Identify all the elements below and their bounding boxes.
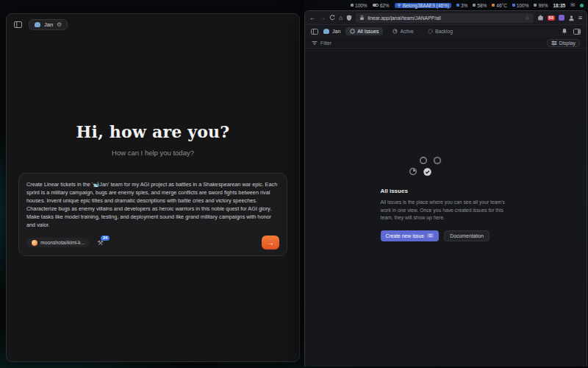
status-label: 100%: [517, 3, 529, 8]
filter-icon: [312, 40, 318, 46]
refresh-icon[interactable]: [329, 15, 335, 21]
empty-state-description: All issues is the place where you can se…: [381, 199, 512, 222]
backlog-dashed-icon: [428, 29, 433, 34]
notifications-bell-icon[interactable]: [562, 28, 567, 35]
tools-button[interactable]: ⚒ 24: [97, 239, 103, 247]
whale-icon: [35, 22, 40, 27]
linear-main-area: All issues All issues is the place where…: [305, 49, 587, 367]
mail-icon[interactable]: ✉: [570, 2, 575, 8]
battery-icon: [373, 4, 379, 7]
issues-circle-icon: [350, 29, 355, 34]
extension-icon[interactable]: [559, 15, 564, 21]
status-indicator-icon: [512, 4, 515, 7]
status-item: 58%: [473, 3, 487, 8]
tab-all-issues[interactable]: All Issues: [345, 27, 383, 35]
tab-label: Active: [400, 29, 414, 34]
settings-gear-icon[interactable]: ⚙: [57, 21, 62, 28]
tab-active[interactable]: Active: [388, 27, 418, 35]
status-indicator-icon: [351, 4, 354, 7]
status-label: 58%: [477, 3, 487, 8]
sidebar-toggle-icon[interactable]: [14, 21, 22, 28]
profile-icon[interactable]: [568, 15, 575, 21]
wifi-label: Belong38AAE9 (46%): [403, 3, 449, 8]
lock-icon: [359, 15, 365, 21]
status-indicator-icon: [534, 4, 537, 7]
linear-top-bar-actions: [562, 28, 581, 35]
display-button-label: Display: [559, 40, 576, 46]
browser-window: ← → ⌂ linear.app/janai/team/JANAPP/all ☆…: [304, 10, 587, 367]
workspace-chip[interactable]: Jan ⚙: [29, 19, 68, 30]
create-new-issue-label: Create new issue: [386, 233, 425, 238]
status-item: 46°C: [492, 3, 507, 8]
status-indicator-icon: [473, 4, 476, 7]
status-label: 3%: [461, 3, 467, 8]
adblock-badge[interactable]: 53: [548, 15, 555, 21]
temperature-icon: [492, 4, 495, 7]
model-selector[interactable]: moonshotai/kimi-k...: [26, 238, 90, 247]
status-item: 3%: [456, 3, 467, 8]
tab-label: All Issues: [357, 29, 379, 34]
status-label: 99%: [538, 3, 548, 8]
send-button[interactable]: →: [262, 236, 279, 250]
status-label: 100%: [355, 3, 368, 8]
prompt-toolbar: moonshotai/kimi-k... ⚒ 24 →: [26, 236, 279, 250]
display-button[interactable]: Display: [547, 39, 580, 47]
url-bar[interactable]: linear.app/janai/team/JANAPP/all ☆: [356, 13, 533, 23]
greeting-heading: Hi, how are you?: [7, 122, 299, 141]
workspace-chip-label: Jan: [44, 21, 53, 28]
tools-count-badge: 24: [101, 236, 109, 241]
panel-right-icon[interactable]: [573, 29, 581, 35]
browser-toolbar: ← → ⌂ linear.app/janai/team/JANAPP/all ☆…: [305, 11, 587, 24]
forward-icon[interactable]: →: [320, 14, 326, 21]
prompt-input[interactable]: Create Linear tickets in the '🐋Jan' team…: [18, 173, 287, 256]
in-progress-icon: [392, 29, 398, 34]
extensions-puzzle-icon[interactable]: [537, 15, 544, 21]
filter-button[interactable]: Filter: [320, 40, 331, 46]
sliders-icon: [551, 40, 557, 46]
linear-filter-bar: Filter Display: [305, 38, 587, 49]
wifi-icon: [397, 4, 401, 7]
status-icons-row: [419, 156, 512, 165]
jan-titlebar: Jan ⚙: [7, 14, 299, 35]
documentation-button[interactable]: Documentation: [444, 230, 490, 241]
send-arrow-icon: →: [267, 238, 274, 247]
status-item: 100%: [512, 3, 529, 8]
status-label: 62%: [380, 3, 390, 8]
status-item: 100%: [351, 3, 368, 8]
clock: 18:35: [553, 3, 566, 8]
tab-label: Backlog: [435, 29, 453, 34]
todo-circle-icon: [419, 156, 428, 165]
url-text: linear.app/janai/team/JANAPP/all: [368, 15, 522, 21]
status-item: 62%: [373, 3, 390, 8]
jan-empty-greeting: Hi, how are you? How can I help you toda…: [7, 122, 299, 157]
back-icon[interactable]: ←: [309, 14, 316, 21]
tab-backlog[interactable]: Backlog: [423, 27, 457, 35]
prompt-text: Create Linear tickets in the '🐋Jan' team…: [26, 180, 279, 229]
whale-icon: [323, 29, 329, 34]
empty-state-title: All issues: [381, 188, 512, 194]
model-selector-label: moonshotai/kimi-k...: [40, 240, 85, 245]
home-icon[interactable]: ⌂: [339, 14, 343, 21]
bookmark-star-icon[interactable]: ☆: [525, 15, 530, 21]
shortcut-key: C: [427, 233, 434, 238]
status-indicator-icon: [456, 4, 459, 7]
status-icons-row: [409, 167, 512, 177]
backlog-circle-icon: [433, 156, 442, 165]
linear-top-bar: Jan All Issues Active Backlog: [305, 24, 587, 38]
all-issues-empty-state: All issues All issues is the place where…: [381, 156, 512, 241]
in-progress-circle-icon: [409, 167, 417, 176]
shield-icon[interactable]: [346, 15, 352, 21]
linear-sidebar-toggle-icon[interactable]: [311, 29, 318, 35]
linear-workspace-label[interactable]: Jan: [323, 29, 340, 34]
jan-window: Jan ⚙ Hi, how are you? How can I help yo…: [6, 13, 300, 362]
status-item: 99%: [534, 3, 548, 8]
model-logo-icon: [32, 240, 37, 246]
menu-icon[interactable]: ≡: [578, 14, 582, 21]
done-check-circle-icon: [423, 167, 432, 177]
linear-workspace-name: Jan: [332, 29, 340, 34]
system-status-bar: 100% 62% Belong38AAE9 (46%) 3% 58% 46°C …: [304, 0, 588, 10]
create-new-issue-button[interactable]: Create new issue C: [381, 230, 440, 241]
greeting-subtitle: How can I help you today?: [7, 149, 299, 157]
empty-state-actions: Create new issue C Documentation: [381, 230, 512, 241]
wifi-network-chip: Belong38AAE9 (46%): [395, 3, 451, 8]
